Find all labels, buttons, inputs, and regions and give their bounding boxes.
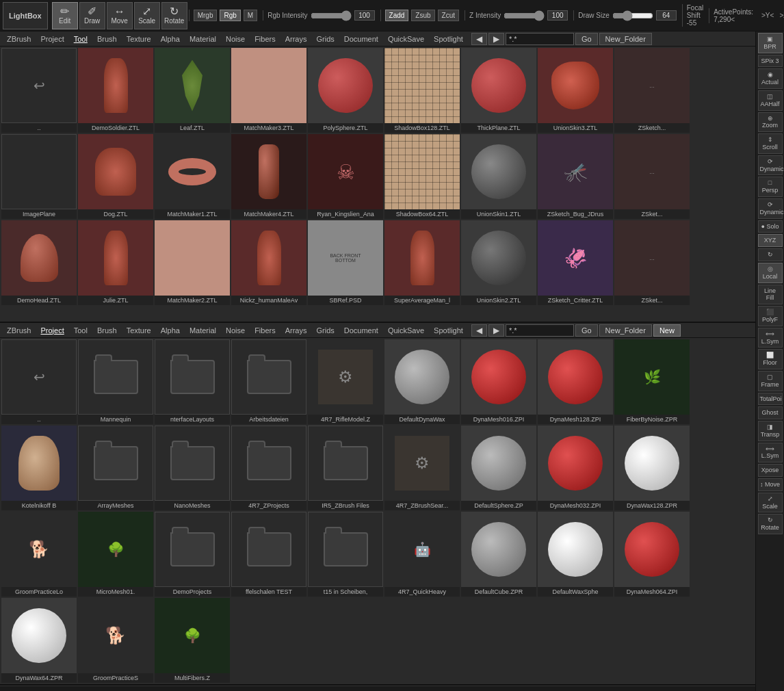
menu-material-top[interactable]: Material (185, 34, 220, 44)
tool-thumb-item[interactable]: ...ZSket... (614, 134, 690, 219)
project-thumb-item[interactable]: DefaultCube.ZPR (461, 512, 536, 597)
rotate-right-button[interactable]: ↻ (758, 248, 783, 261)
tool-thumb-item[interactable]: SuperAverageMan_l (384, 220, 460, 305)
project-thumb-item[interactable]: ↩.. (1, 339, 77, 424)
menu-brush-bot[interactable]: Brush (93, 325, 121, 336)
spix-button[interactable]: SPix 3 (758, 55, 783, 68)
horizontal-scrollbar[interactable] (0, 686, 755, 691)
project-thumb-item[interactable]: 🤖4R7_QuickHeavy (384, 512, 460, 597)
tool-thumb-item[interactable]: PolySphere.ZTL (308, 48, 383, 133)
project-thumb-item[interactable]: NanoMeshes (155, 426, 230, 510)
menu-spotlight-bot[interactable]: Spotlight (430, 325, 467, 336)
tool-thumb-item[interactable]: MatchMaker4.ZTL (231, 134, 306, 219)
tool-thumb-item[interactable]: ShadowBox64.ZTL (384, 134, 460, 219)
tool-thumb-item[interactable]: ↩.. (1, 48, 77, 133)
project-thumb-item[interactable]: DynaMesh016.ZPI (461, 339, 536, 424)
tool-thumb-item[interactable]: BACK FRONTBOTTOMSBRef.PSD (308, 220, 383, 305)
menu-material-bot[interactable]: Material (185, 325, 220, 336)
project-thumb-item[interactable]: DynaMesh064.ZPI (614, 512, 690, 597)
project-thumb-item[interactable]: 🌿FiberByNoise.ZPR (614, 339, 690, 424)
totalpoi-button[interactable]: TotalPoi (758, 393, 783, 406)
tool-thumb-item[interactable]: ...ZSket... (614, 220, 690, 305)
tool-thumb-item[interactable]: MatchMaker1.ZTL (155, 134, 230, 219)
z-intensity-slider[interactable] (504, 11, 545, 21)
project-thumb-item[interactable]: DefaultWaxSphe (538, 512, 613, 597)
menu-zbrush-bot[interactable]: ZBrush (3, 325, 35, 336)
rotate2-button[interactable]: ↻ Rotate (758, 514, 783, 534)
project-thumb-item[interactable]: Arbeitsdateien (231, 339, 306, 424)
bpr-button[interactable]: ▣ BPR (758, 33, 783, 53)
go-button-bot[interactable]: Go (575, 324, 598, 337)
persp-button[interactable]: □ Persp (758, 177, 783, 197)
project-thumb-item[interactable]: 🌳MicroMesh01. (78, 512, 153, 597)
rotate-button[interactable]: ↻ Rotate (161, 2, 187, 29)
lightbox-title[interactable]: LightBox (3, 2, 48, 29)
draw-size-slider[interactable] (612, 11, 653, 21)
tool-thumb-item[interactable]: Leaf.ZTL (155, 48, 230, 133)
nav-back-bot[interactable]: ◀ (471, 324, 487, 337)
lsym-button[interactable]: ⟺ L.Sym (758, 328, 783, 348)
new-folder-button-bot[interactable]: New_Folder (599, 324, 652, 337)
mrgb-button[interactable]: Mrgb (194, 10, 218, 21)
m-button[interactable]: M (244, 10, 257, 21)
menu-quicksave-top[interactable]: QuickSave (384, 34, 428, 44)
project-thumb-item[interactable]: ⚙4R7_ZBrushSear... (384, 426, 460, 510)
tool-thumb-item[interactable]: DemoSoldier.ZTL (78, 48, 153, 133)
zadd-button[interactable]: Zadd (385, 10, 409, 21)
tool-thumb-item[interactable]: 🦟ZSketch_Bug_JDrus (538, 134, 613, 219)
project-thumb-item[interactable]: nterfaceLayouts (155, 339, 230, 424)
project-thumb-item[interactable]: IR5_ZBrush Files (308, 426, 383, 510)
tool-thumb-item[interactable]: ☠Ryan_Kingslien_Ana (308, 134, 383, 219)
aahalf-button[interactable]: ◫ AAHalf (758, 90, 783, 111)
menu-grids-bot[interactable]: Grids (312, 325, 338, 336)
lsym2-button[interactable]: ⟺ L.Sym (758, 443, 783, 463)
tool-thumb-item[interactable]: DemoHead.ZTL (1, 220, 77, 305)
linefill-button[interactable]: Line Fill (758, 285, 783, 305)
project-thumb-item[interactable]: 🌳MultiFibers.Z (155, 598, 230, 683)
menu-project-bot[interactable]: Project (36, 325, 68, 336)
tool-thumb-item[interactable]: ImagePlane (1, 134, 77, 219)
new-button-bot[interactable]: New (653, 324, 681, 337)
move-right-button[interactable]: ↕ Move (758, 478, 783, 491)
tool-thumb-item[interactable]: ShadowBox128.ZTL (384, 48, 460, 133)
project-thumb-item[interactable]: Kotelnikoff B (1, 426, 77, 510)
project-thumb-item[interactable]: DynaMesh128.ZPI (538, 339, 613, 424)
project-thumb-item[interactable]: 🐕GroomPracticeLo (1, 512, 77, 597)
menu-quicksave-bot[interactable]: QuickSave (384, 325, 428, 336)
tool-thumb-item[interactable]: 🦑ZSketch_Critter.ZTL (538, 220, 613, 305)
tool-thumb-item[interactable]: ...ZSketch... (614, 48, 690, 133)
scroll-button[interactable]: ⇕ Scroll (758, 133, 783, 154)
project-thumb-item[interactable]: DynaMesh032.ZPI (538, 426, 613, 510)
menu-project-top[interactable]: Project (36, 34, 68, 44)
menu-arrays-top[interactable]: Arrays (281, 34, 311, 44)
menu-texture-bot[interactable]: Texture (122, 325, 155, 336)
edit-button[interactable]: ✏ Edit (52, 2, 78, 29)
search-input-top[interactable] (506, 33, 574, 45)
nav-back-top[interactable]: ◀ (471, 33, 487, 45)
solo-button[interactable]: ● Solo (758, 220, 783, 233)
project-thumb-item[interactable]: ⚙4R7_RifleModel.Z (308, 339, 383, 424)
move-button[interactable]: ↔ Move (107, 2, 133, 29)
menu-alpha-top[interactable]: Alpha (157, 34, 184, 44)
tool-thumb-item[interactable]: MatchMaker2.ZTL (155, 220, 230, 305)
menu-fibers-top[interactable]: Fibers (250, 34, 280, 44)
dynamic-right-button[interactable]: ⟳ Dynamic (758, 155, 783, 176)
tool-thumb-item[interactable]: UnionSkin3.ZTL (538, 48, 613, 133)
menu-noise-bot[interactable]: Noise (222, 325, 249, 336)
menu-tool-bot[interactable]: Tool (70, 325, 92, 336)
tool-thumb-item[interactable]: Nickz_humanMaleAv (231, 220, 306, 305)
menu-texture-top[interactable]: Texture (122, 34, 155, 44)
project-thumb-item[interactable]: 🐕GroomPracticeS (78, 598, 153, 683)
tool-thumb-item[interactable]: Julie.ZTL (78, 220, 153, 305)
menu-noise-top[interactable]: Noise (222, 34, 249, 44)
menu-arrays-bot[interactable]: Arrays (281, 325, 311, 336)
project-thumb-item[interactable]: t15 in Scheiben, (308, 512, 383, 597)
menu-document-top[interactable]: Document (340, 34, 382, 44)
polyf-button[interactable]: ⬛ PolyF (758, 306, 783, 326)
project-thumb-item[interactable]: Mannequin (78, 339, 153, 424)
ghost-button[interactable]: Ghost (758, 406, 783, 419)
project-thumb-item[interactable]: DemoProjects (155, 512, 230, 597)
go-button-top[interactable]: Go (575, 33, 598, 45)
transp-button[interactable]: ◨ Transp (758, 421, 783, 441)
tool-thumb-item[interactable]: MatchMaker3.ZTL (231, 48, 306, 133)
